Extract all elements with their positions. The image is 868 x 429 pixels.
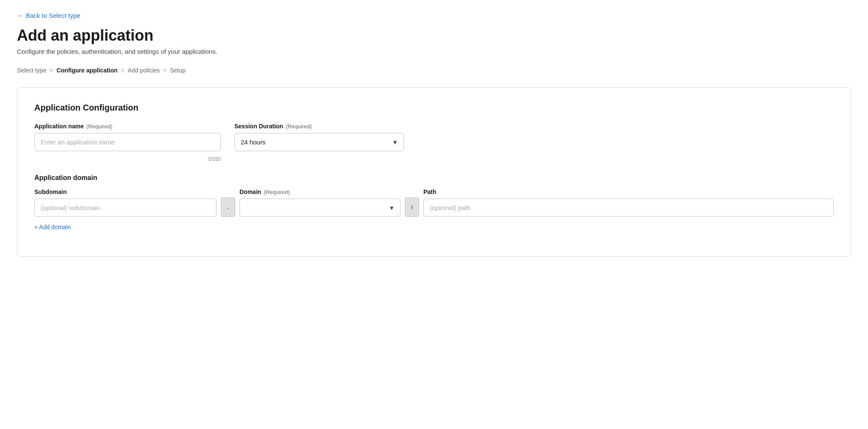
- dot-separator: .: [221, 197, 235, 217]
- slash-separator: /: [405, 197, 419, 217]
- subdomain-label: Subdomain: [34, 188, 217, 195]
- app-name-char-count: 0/350: [34, 156, 221, 162]
- page-title: Add an application: [17, 27, 851, 44]
- path-label: Path: [423, 188, 834, 195]
- breadcrumb-separator-2: >: [121, 67, 124, 74]
- add-domain-link[interactable]: + Add domain: [34, 224, 71, 230]
- subdomain-input[interactable]: [34, 199, 217, 217]
- card-title: Application Configuration: [34, 103, 834, 113]
- domain-select-wrapper: ▼: [239, 199, 401, 217]
- path-group: Path: [423, 188, 834, 217]
- session-duration-select[interactable]: 30 minutes 1 hour 6 hours 12 hours 24 ho…: [234, 133, 404, 151]
- breadcrumb-separator-3: >: [163, 67, 167, 74]
- app-name-group: Application name (Required) 0/350: [34, 123, 221, 162]
- back-arrow-icon: ←: [17, 12, 23, 19]
- path-input[interactable]: [423, 199, 834, 217]
- back-to-select-type-link[interactable]: ← Back to Select type: [17, 12, 80, 19]
- breadcrumb-step-setup[interactable]: Setup: [170, 67, 186, 74]
- app-domain-section: Application domain Subdomain . Domain (R…: [34, 174, 834, 231]
- domain-inputs-container: Subdomain . Domain (Required) ▼: [34, 188, 834, 217]
- subdomain-group: Subdomain: [34, 188, 217, 217]
- session-duration-group: Session Duration (Required) 30 minutes 1…: [234, 123, 404, 162]
- app-name-label: Application name (Required): [34, 123, 221, 130]
- app-name-required: (Required): [86, 123, 112, 130]
- app-name-input[interactable]: [34, 133, 221, 151]
- session-duration-select-wrapper: 30 minutes 1 hour 6 hours 12 hours 24 ho…: [234, 133, 404, 151]
- breadcrumb-step-configure-application[interactable]: Configure application: [56, 67, 117, 74]
- back-link-label: Back to Select type: [26, 12, 80, 19]
- session-duration-label: Session Duration (Required): [234, 123, 404, 130]
- app-domain-label: Application domain: [34, 174, 834, 182]
- session-duration-required: (Required): [286, 123, 312, 130]
- domain-required: (Required): [264, 189, 289, 195]
- domain-select[interactable]: [239, 199, 401, 217]
- breadcrumb-separator-1: >: [50, 67, 53, 74]
- domain-label: Domain (Required): [239, 188, 401, 195]
- breadcrumb: Select type > Configure application > Ad…: [17, 67, 851, 74]
- breadcrumb-step-add-policies[interactable]: Add policies: [128, 67, 160, 74]
- breadcrumb-step-select-type[interactable]: Select type: [17, 67, 46, 74]
- application-configuration-card: Application Configuration Application na…: [17, 87, 851, 257]
- add-domain-label: + Add domain: [34, 224, 71, 230]
- domain-group: Domain (Required) ▼: [239, 188, 401, 217]
- app-name-session-row: Application name (Required) 0/350 Sessio…: [34, 123, 834, 162]
- page-subtitle: Configure the policies, authentication, …: [17, 48, 851, 55]
